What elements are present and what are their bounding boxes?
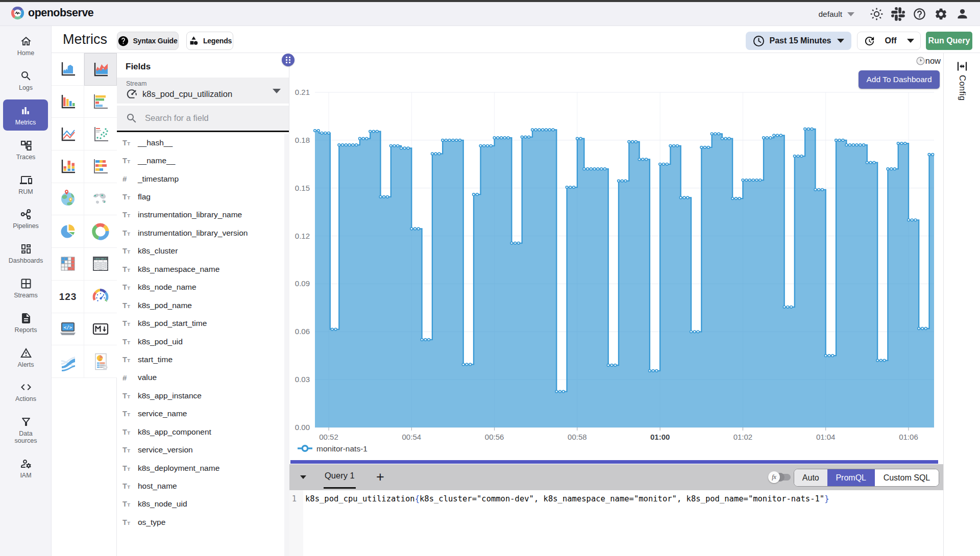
field-item-label: k8s_node_name: [138, 283, 197, 292]
field-item-_timestamp[interactable]: #_timestamp: [117, 170, 289, 188]
field-item-os_type[interactable]: TTos_type: [117, 513, 289, 531]
metrics-chart[interactable]: 0.000.030.060.090.120.150.180.2100:5200:…: [289, 53, 943, 460]
chart-type-h-bar[interactable]: [84, 86, 117, 118]
run-query-button[interactable]: Run Query: [926, 32, 972, 50]
chart-type-bar[interactable]: [52, 86, 84, 118]
sidebar-item-streams[interactable]: Streams: [0, 271, 52, 306]
sidebar-item-logs[interactable]: Logs: [0, 63, 52, 98]
query-tab[interactable]: Query 1: [324, 464, 356, 489]
chart-type-area[interactable]: [52, 53, 84, 86]
field-item-k8s_node_name[interactable]: TTk8s_node_name: [117, 279, 289, 296]
brand-logo[interactable]: openobserve: [11, 6, 93, 20]
chart-type-metric-text[interactable]: 123: [52, 281, 84, 313]
stream-selector[interactable]: Stream k8s_pod_cpu_utilization: [117, 78, 289, 104]
sidebar-item-iam[interactable]: IAM: [0, 451, 52, 486]
clock-icon: [916, 57, 925, 65]
slack-button[interactable]: [887, 4, 909, 25]
chart-type-scatter[interactable]: [84, 118, 117, 150]
chart-type-geomap[interactable]: [52, 183, 84, 216]
chart-section: 0.000.030.060.090.120.150.180.2100:5200:…: [289, 53, 943, 460]
light-mode-icon: [870, 7, 884, 21]
field-item-k8s_pod_uid[interactable]: TTk8s_pod_uid: [117, 333, 289, 350]
field-item-k8s_app_instance[interactable]: TTk8s_app_instance: [117, 387, 289, 405]
sidebar-item-metrics[interactable]: Metrics: [3, 99, 48, 131]
field-item-__name__[interactable]: TT__name__: [117, 151, 289, 169]
field-item-host_name[interactable]: TThost_name: [117, 477, 289, 495]
sidebar-item-pipelines[interactable]: Pipelines: [0, 201, 52, 236]
chart-type-table[interactable]: DATA TABLE: [84, 248, 117, 281]
theme-toggle-button[interactable]: [866, 4, 887, 25]
field-item-flag[interactable]: TTflag: [117, 188, 289, 206]
sidebar-item-data-sources[interactable]: Data sources: [0, 409, 52, 451]
sidebar-item-label: Data sources: [8, 430, 44, 444]
collapse-caret-icon[interactable]: [300, 475, 306, 479]
settings-button[interactable]: [930, 4, 951, 25]
sidebar-item-reports[interactable]: Reports: [0, 306, 52, 340]
chart-type-sankey[interactable]: [52, 345, 84, 378]
field-item-k8s_pod_name[interactable]: TTk8s_pod_name: [117, 296, 289, 314]
maps-icon: [90, 189, 111, 209]
field-item-instrumentation_library_version[interactable]: TTinstrumentation_library_version: [117, 224, 289, 242]
brand-wordmark: openobserve: [28, 7, 93, 19]
field-item-start_time[interactable]: TTstart_time: [117, 350, 289, 368]
field-item-k8s_namespace_name[interactable]: TTk8s_namespace_name: [117, 260, 289, 278]
chart-type-markdown[interactable]: [84, 313, 117, 346]
chart-type-maps[interactable]: [84, 183, 117, 216]
chart-type-area-line[interactable]: [84, 53, 117, 86]
sidebar-item-traces[interactable]: Traces: [0, 133, 52, 167]
org-selector[interactable]: default: [818, 10, 854, 19]
help-button[interactable]: [909, 4, 930, 25]
field-item-k8s_pod_start_time[interactable]: TTk8s_pod_start_time: [117, 314, 289, 332]
field-item-__hash__[interactable]: TT__hash__: [117, 134, 289, 151]
chart-type-pie[interactable]: [52, 215, 84, 248]
field-search-input[interactable]: Search for a field: [117, 106, 289, 132]
field-item-service_name[interactable]: TTservice_name: [117, 405, 289, 423]
sidebar-item-actions[interactable]: Actions: [0, 374, 52, 409]
clock-icon: [753, 35, 765, 47]
query-mode-group: Auto PromQL Custom SQL: [794, 469, 939, 487]
panel-drag-handle[interactable]: [282, 54, 295, 66]
mode-auto-label: Auto: [802, 473, 819, 483]
chart-type-html-editor[interactable]: </>: [52, 313, 84, 346]
text-field-icon: TT: [122, 519, 138, 526]
sidebar-item-alerts[interactable]: Alerts: [0, 340, 52, 375]
scrollbar-track[interactable]: [284, 134, 289, 556]
field-item-value[interactable]: #value: [117, 369, 289, 387]
field-item-instrumentation_library_name[interactable]: TTinstrumentation_library_name: [117, 206, 289, 224]
field-item-k8s_app_component[interactable]: TTk8s_app_component: [117, 423, 289, 441]
field-item-service_version[interactable]: TTservice_version: [117, 441, 289, 459]
sidebar-item-home[interactable]: Home: [0, 29, 52, 64]
legends-button[interactable]: Legends: [186, 32, 233, 50]
sidebar-item-rum[interactable]: RUM: [0, 167, 52, 202]
svg-text:0.09: 0.09: [295, 279, 310, 288]
chart-type-heatmap[interactable]: [52, 248, 84, 281]
field-item-k8s_node_uid[interactable]: TTk8s_node_uid: [117, 495, 289, 513]
refresh-interval-button[interactable]: Off: [857, 32, 921, 50]
field-item-k8s_cluster[interactable]: TTk8s_cluster: [117, 242, 289, 260]
config-toggle[interactable]: Config: [944, 60, 980, 101]
time-range-button[interactable]: Past 15 Minutes: [746, 32, 851, 50]
fx-toggle[interactable]: fx: [768, 471, 791, 483]
chart-type-stacked-bar[interactable]: [52, 150, 84, 183]
mode-custom-sql-label: Custom SQL: [884, 473, 930, 483]
mode-promql-label: PromQL: [836, 473, 866, 483]
add-query-button[interactable]: +: [371, 468, 389, 486]
chart-type-line[interactable]: [52, 118, 84, 150]
syntax-guide-button[interactable]: Syntax Guide: [117, 32, 179, 50]
field-item-k8s_deployment_name[interactable]: TTk8s_deployment_name: [117, 459, 289, 477]
h-bar-chart-icon: [90, 91, 111, 112]
add-to-dashboard-button[interactable]: Add To Dashboard: [859, 70, 940, 89]
svg-text:monitor-nats-1: monitor-nats-1: [316, 444, 368, 453]
mode-auto-button[interactable]: Auto: [794, 469, 827, 486]
chart-type-custom-chart[interactable]: [84, 345, 117, 378]
horizontal-splitter[interactable]: [290, 460, 938, 464]
chart-type-donut[interactable]: [84, 215, 117, 248]
mode-promql-button[interactable]: PromQL: [827, 469, 875, 486]
query-editor[interactable]: 1 k8s_pod_cpu_utilization{k8s_cluster="c…: [289, 490, 943, 556]
sidebar-item-dashboards[interactable]: Dashboards: [0, 236, 52, 271]
chart-type-gauge[interactable]: [84, 281, 117, 313]
chart-type-h-stacked-bar[interactable]: [84, 150, 117, 183]
account-button[interactable]: [951, 4, 973, 25]
scatter-chart-icon: [90, 124, 111, 144]
mode-custom-sql-button[interactable]: Custom SQL: [875, 469, 939, 486]
